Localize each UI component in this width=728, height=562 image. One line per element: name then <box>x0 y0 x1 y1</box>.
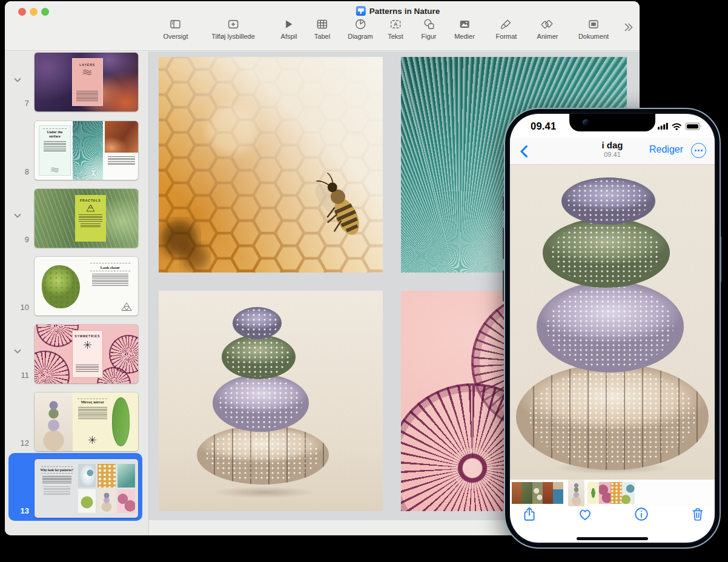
zoom-button[interactable] <box>41 8 49 16</box>
thumbnail-photo[interactable] <box>512 482 522 504</box>
format-brush-icon <box>500 18 512 30</box>
thumbnail-photo[interactable] <box>543 482 553 504</box>
cellular-signal-icon <box>658 123 668 130</box>
toolbar-text[interactable]: A Tekst <box>388 18 403 40</box>
more-button[interactable] <box>691 143 706 158</box>
slide-thumbnail-7[interactable]: LAYERS <box>35 53 138 111</box>
animate-icon <box>541 18 554 30</box>
notch <box>569 114 655 131</box>
gills-photo <box>73 121 103 180</box>
card-body-text <box>76 365 98 373</box>
iphone-screen: 09.41 <box>510 114 715 543</box>
toolbar-table[interactable]: Tabel <box>314 18 330 40</box>
canyon-photo <box>105 121 138 153</box>
iphone: 09.41 <box>504 108 721 549</box>
document-title: Patterns in Nature <box>369 7 440 16</box>
slide-thumbnail-13[interactable]: Why look for patterns? <box>35 459 138 518</box>
window-title: Patterns in Nature <box>356 6 440 16</box>
slide-number: 11 <box>6 371 29 380</box>
toolbar-label: Medier <box>454 33 475 40</box>
thumbnail-photo[interactable] <box>522 482 532 504</box>
text-box-icon: A <box>389 18 402 30</box>
card-title: Mirror, mirror <box>81 400 104 404</box>
toolbar-shape[interactable]: Figur <box>421 18 436 40</box>
slide-number: 10 <box>6 303 29 312</box>
caption-text <box>108 156 134 166</box>
toolbar-overflow-button[interactable] <box>622 22 634 35</box>
thumbnail-photo[interactable] <box>622 482 635 504</box>
toolbar-animate[interactable]: Animer <box>537 18 558 40</box>
nav-title-group: i dag 09.41 <box>601 140 623 158</box>
urchin-cream <box>516 363 709 471</box>
slide-thumbnail-10[interactable]: Look closer <box>35 257 138 316</box>
chevron-double-right-icon <box>622 24 634 35</box>
view-navigator-icon <box>170 18 182 30</box>
slide-number: 8 <box>6 167 29 176</box>
pie-chart-icon <box>354 18 366 30</box>
info-button[interactable] <box>634 506 649 522</box>
favorite-button[interactable] <box>577 506 593 522</box>
toolbar-oversigt[interactable]: Oversigt <box>164 18 188 40</box>
photo-grid <box>78 464 135 513</box>
titlebar: Patterns in Nature Oversigt Tilføj lysbi… <box>5 1 640 51</box>
toolbar-media[interactable]: Medier <box>454 18 475 40</box>
slide-navigator: 7 LAYERS 8 Under the surface <box>5 51 149 535</box>
slide-number: 13 <box>6 506 29 515</box>
toolbar-document[interactable]: Dokument <box>578 18 609 40</box>
keynote-app-icon <box>356 6 366 16</box>
toolbar-label: Figur <box>421 33 436 40</box>
toolbar-chart[interactable]: Diagram <box>348 18 373 40</box>
fractals-card: FRACTALS <box>75 195 106 242</box>
home-indicator[interactable] <box>577 537 648 540</box>
honeycomb-bee-photo[interactable] <box>159 57 383 273</box>
thumbnail-photo[interactable] <box>611 482 622 504</box>
card-body-text <box>79 214 102 222</box>
edit-button[interactable]: Rediger <box>649 144 683 155</box>
info-icon <box>634 506 649 522</box>
card-title: Look closer <box>101 265 120 269</box>
slide-number: 7 <box>6 99 29 108</box>
minimize-button[interactable] <box>30 8 38 16</box>
photo-view[interactable] <box>510 165 715 480</box>
thumbnail-current-photo[interactable] <box>568 480 584 506</box>
share-icon <box>521 506 537 522</box>
triangles-icon <box>121 302 132 311</box>
thumbnail-photo[interactable] <box>587 482 599 504</box>
toolbar-label: Tabel <box>314 33 330 40</box>
card-quote-text <box>44 486 70 495</box>
group-chevron-slide-9[interactable] <box>13 211 22 220</box>
thumbnail-photo[interactable] <box>599 482 611 504</box>
card-body-text <box>92 274 128 286</box>
svg-text:A: A <box>394 21 398 27</box>
thumbnail-photo[interactable] <box>532 482 543 504</box>
why-patterns-text: Why look for patterns? <box>40 466 74 512</box>
delete-button[interactable] <box>690 506 706 522</box>
toolbar-play[interactable]: Afspil <box>281 18 297 40</box>
toolbar-add-slide[interactable]: Tilføj lysbillede <box>211 18 255 40</box>
close-button[interactable] <box>18 8 26 16</box>
nav-title: i dag <box>601 140 623 150</box>
slide-thumbnail-11[interactable]: SYMMETRIES <box>35 325 138 383</box>
teal-petals-tile <box>117 464 135 488</box>
group-chevron-slide-7[interactable] <box>13 76 22 84</box>
romanesco-photo <box>42 265 80 309</box>
battery-icon <box>686 123 701 130</box>
group-chevron-slide-11[interactable] <box>13 347 22 355</box>
share-button[interactable] <box>521 506 537 522</box>
toolbar-label: Dokument <box>578 33 609 40</box>
thumbnail-photo[interactable] <box>553 482 563 504</box>
urchin-lavender <box>213 374 309 432</box>
toolbar-label: Oversigt <box>164 33 188 40</box>
card-quote-text <box>81 223 101 228</box>
toolbar-format[interactable]: Format <box>496 18 517 40</box>
slide-thumbnail-12[interactable]: Mirror, mirror <box>35 392 138 451</box>
sea-urchins-photo[interactable] <box>159 291 383 511</box>
shape-icon <box>423 18 435 30</box>
asterisk-icon <box>84 341 91 349</box>
back-button[interactable] <box>520 145 528 160</box>
leaf-photo <box>112 397 130 446</box>
slide-thumbnail-8[interactable]: Under the surface <box>35 121 138 180</box>
toolbar-label: Afspil <box>281 33 297 40</box>
photos-nav-bar: i dag 09.41 Rediger <box>510 138 715 165</box>
slide-thumbnail-9[interactable]: FRACTALS <box>35 189 138 248</box>
